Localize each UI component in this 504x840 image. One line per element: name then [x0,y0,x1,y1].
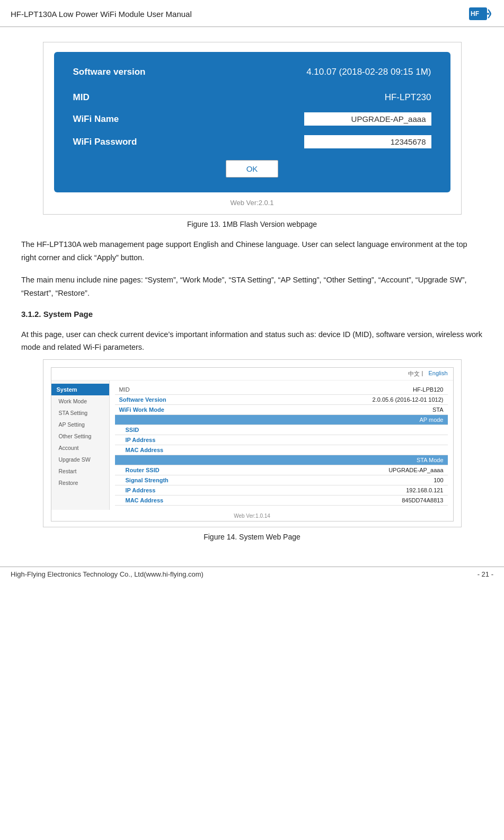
page-content: Software version 4.10.07 (2018-02-28 09:… [0,27,504,551]
software-version-value: 4.10.07 (2018-02-28 09:15 1M) [306,67,431,77]
mid-label-cell: MID [115,385,189,395]
table-row-sta-mac: MAC Address 845DD74A8813 [115,495,448,505]
mid-value-cell: HF-LPB120 [189,385,448,395]
table-row-sta-router-ssid: Router SSID UPGRADE-AP_aaaa [115,465,448,475]
webui2-panel: 中文 | English System Work Mode STA Settin… [51,367,454,521]
sta-ip-value: 192.168.0.121 [189,485,448,495]
svg-text:HF: HF [471,10,479,17]
ap-ip-label: IP Address [115,435,189,445]
software-version-row: Software version 4.10.07 (2018-02-28 09:… [73,67,431,77]
software-version-label: Software version [73,67,169,77]
lang-en[interactable]: English [428,370,447,378]
wifi-name-input[interactable] [304,112,431,126]
figure13-caption: Figure 13. 1MB Flash Version webpage [21,220,483,228]
sta-signal-label: Signal Strength [115,475,189,485]
webui2-topbar: 中文 | English [51,368,453,381]
webui2-ver: Web Ver:1.0.14 [51,513,453,521]
wifi-password-label: WiFi Password [73,137,169,147]
table-row-ap-ip: IP Address [115,435,448,445]
ap-ip-value [189,435,448,445]
sta-mode-header-cell: STA Mode [115,455,448,465]
sw-version-value-cell: 2.0.05.6 (2016-12-01 1012) [189,394,448,404]
mid-value: HF-LPT230 [385,92,431,103]
lang-sep: | [422,370,423,378]
sta-ip-label: IP Address [115,485,189,495]
sidebar-item-restart[interactable]: Restart [51,465,109,477]
ap-ssid-label: SSID [115,425,189,435]
ap-ssid-value [189,425,448,435]
table-row-ap-mac: MAC Address [115,445,448,455]
sta-mac-label: MAC Address [115,495,189,505]
table-row-sta-ip: IP Address 192.168.0.121 [115,485,448,495]
ok-btn-row: OK [73,160,431,178]
sidebar-item-system[interactable]: System [51,384,109,395]
sta-router-ssid-value: UPGRADE-AP_aaaa [189,465,448,475]
section-heading-312: 3.1.2. System Page [21,310,483,319]
figure13-box: Software version 4.10.07 (2018-02-28 09:… [43,42,462,215]
footer-page: - 21 - [478,570,493,578]
wifi-mode-label-cell: WiFi Work Mode [115,404,189,414]
webui2-body: System Work Mode STA Setting AP Setting … [51,381,453,510]
sta-mac-value: 845DD74A8813 [189,495,448,505]
page-footer: High-Flying Electronics Technology Co., … [0,567,504,581]
web-ui-panel-fig13: Software version 4.10.07 (2018-02-28 09:… [54,52,450,192]
body-text-2: The main menu include nine pages: “Syste… [21,273,483,299]
sidebar-item-workmode[interactable]: Work Mode [51,395,109,407]
table-row-ap-mode-header: AP mode [115,414,448,425]
body-text-3: At this page, user can check current dev… [21,328,483,354]
table-row-sw-version: Software Version 2.0.05.6 (2016-12-01 10… [115,394,448,404]
sidebar-item-upgrade-sw[interactable]: Upgrade SW [51,454,109,465]
sidebar-item-account[interactable]: Account [51,442,109,454]
mid-row: MID HF-LPT230 [73,92,431,103]
webui2-sidebar: System Work Mode STA Setting AP Setting … [51,381,110,510]
table-row-sta-signal: Signal Strength 100 [115,475,448,485]
document-title: HF-LPT130A Low Power WiFi Module User Ma… [11,10,192,19]
sw-version-label-cell: Software Version [115,394,189,404]
table-row-sta-mode-header: STA Mode [115,455,448,465]
sta-router-ssid-label: Router SSID [115,465,189,475]
wifi-name-row: WiFi Name [73,112,431,126]
sta-signal-value: 100 [189,475,448,485]
logo-area: HF [468,4,493,23]
ok-button[interactable]: OK [226,160,279,178]
ap-mac-label: MAC Address [115,445,189,455]
sidebar-item-other-setting[interactable]: Other Setting [51,430,109,442]
hf-logo: HF [468,4,493,23]
wifi-name-label: WiFi Name [73,114,169,125]
ap-mode-header-cell: AP mode [115,414,448,425]
table-row-ap-ssid: SSID [115,425,448,435]
page-header: HF-LPT130A Low Power WiFi Module User Ma… [0,0,504,27]
wifi-password-input[interactable] [304,135,431,148]
system-info-table: MID HF-LPB120 Software Version 2.0.05.6 … [115,385,448,506]
footer-company: High-Flying Electronics Technology Co., … [11,570,204,578]
wifi-mode-value-cell: STA [189,404,448,414]
figure14-caption: Figure 14. System Web Page [21,533,483,541]
sidebar-item-ap-setting[interactable]: AP Setting [51,419,109,430]
mid-label: MID [73,92,169,103]
lang-cn[interactable]: 中文 [408,370,420,378]
table-row-wifi-mode: WiFi Work Mode STA [115,404,448,414]
wifi-password-row: WiFi Password [73,135,431,148]
svg-point-2 [487,13,489,15]
sidebar-item-sta-setting[interactable]: STA Setting [51,407,109,419]
table-row-mid: MID HF-LPB120 [115,385,448,395]
webui2-main-content: MID HF-LPB120 Software Version 2.0.05.6 … [110,381,453,510]
sidebar-item-restore[interactable]: Restore [51,477,109,489]
body-text-1: The HF-LPT130A web management page suppo… [21,238,483,264]
web-ver-fig13: Web Ver:2.0.1 [54,199,450,207]
ap-mac-value [189,445,448,455]
figure14-box: 中文 | English System Work Mode STA Settin… [43,359,462,527]
